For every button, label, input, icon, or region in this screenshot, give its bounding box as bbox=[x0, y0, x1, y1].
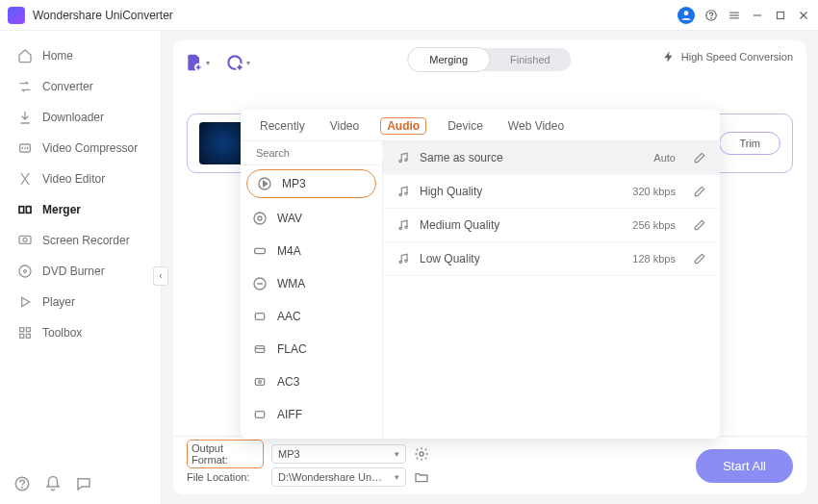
svg-point-45 bbox=[405, 192, 407, 194]
account-icon[interactable] bbox=[677, 7, 695, 24]
start-all-button[interactable]: Start All bbox=[696, 449, 793, 483]
svg-rect-39 bbox=[255, 379, 264, 386]
high-speed-toggle[interactable]: High Speed Conversion bbox=[662, 50, 793, 63]
svg-rect-20 bbox=[20, 334, 24, 338]
sidebar: Home Converter Downloader Video Compress… bbox=[0, 31, 162, 504]
feedback-icon[interactable] bbox=[75, 475, 92, 492]
sidebar-item-label: Merger bbox=[42, 203, 81, 216]
sidebar-item-label: Toolbox bbox=[42, 326, 82, 340]
sidebar-item-compressor[interactable]: Video Compressor bbox=[0, 133, 161, 164]
sidebar-item-converter[interactable]: Converter bbox=[0, 71, 161, 102]
format-item-wav[interactable]: WAV bbox=[241, 202, 382, 235]
popup-tab-audio[interactable]: Audio bbox=[380, 117, 426, 135]
caret-icon: ▾ bbox=[206, 59, 210, 67]
output-format-select[interactable]: MP3▾ bbox=[271, 444, 406, 464]
format-item-aac[interactable]: AAC bbox=[241, 300, 382, 333]
help-icon[interactable] bbox=[13, 475, 31, 492]
tab-merging[interactable]: Merging bbox=[408, 48, 489, 71]
svg-point-47 bbox=[405, 226, 407, 228]
open-folder-icon[interactable] bbox=[414, 469, 429, 485]
minimize-icon[interactable] bbox=[751, 9, 764, 22]
sidebar-item-toolbox[interactable]: Toolbox bbox=[0, 317, 161, 348]
sidebar-item-recorder[interactable]: Screen Recorder bbox=[0, 225, 161, 256]
format-item-ac3[interactable]: AC3 bbox=[241, 365, 382, 398]
quality-row[interactable]: Medium Quality 256 kbps bbox=[383, 209, 720, 242]
add-url-button[interactable]: ▾ bbox=[225, 53, 250, 72]
title-bar: Wondershare UniConverter bbox=[0, 0, 818, 31]
format-item-flac[interactable]: FLAC bbox=[241, 333, 382, 365]
edit-icon[interactable] bbox=[693, 185, 706, 198]
svg-point-44 bbox=[399, 193, 401, 195]
popup-tab-web[interactable]: Web Video bbox=[504, 117, 568, 135]
format-popup: Recently Video Audio Device Web Video MP… bbox=[241, 110, 720, 439]
sidebar-item-label: Home bbox=[42, 49, 73, 63]
audio-icon bbox=[252, 374, 268, 390]
svg-rect-12 bbox=[26, 207, 31, 214]
quality-row[interactable]: High Quality 320 kbps bbox=[383, 175, 720, 209]
svg-rect-36 bbox=[255, 314, 264, 320]
sidebar-item-label: Video Editor bbox=[42, 172, 105, 186]
music-icon bbox=[396, 151, 410, 164]
popup-tab-recently[interactable]: Recently bbox=[256, 117, 309, 135]
sidebar-item-home[interactable]: Home bbox=[0, 40, 161, 71]
svg-point-48 bbox=[399, 261, 401, 263]
svg-point-46 bbox=[399, 227, 401, 229]
svg-marker-17 bbox=[22, 297, 30, 306]
svg-point-40 bbox=[259, 381, 262, 384]
sidebar-item-editor[interactable]: Video Editor bbox=[0, 164, 161, 194]
svg-point-14 bbox=[23, 238, 27, 241]
format-item-wma[interactable]: WMA bbox=[241, 267, 382, 300]
edit-icon[interactable] bbox=[693, 252, 706, 265]
quality-row[interactable]: Same as source Auto bbox=[383, 141, 720, 175]
quality-row[interactable]: Low Quality 128 kbps bbox=[383, 242, 720, 276]
notification-icon[interactable] bbox=[44, 475, 62, 492]
menu-icon[interactable] bbox=[728, 9, 741, 22]
sidebar-item-label: DVD Burner bbox=[42, 265, 105, 278]
sidebar-item-dvd[interactable]: DVD Burner bbox=[0, 256, 161, 287]
chevron-down-icon: ▾ bbox=[395, 472, 399, 482]
format-search[interactable] bbox=[241, 141, 382, 165]
popup-tab-device[interactable]: Device bbox=[444, 117, 487, 135]
format-item-m4a[interactable]: M4A bbox=[241, 235, 382, 267]
sidebar-item-label: Screen Recorder bbox=[42, 234, 130, 247]
format-item-mp3[interactable]: MP3 bbox=[246, 169, 376, 198]
svg-point-2 bbox=[711, 17, 712, 18]
sidebar-item-player[interactable]: Player bbox=[0, 287, 161, 317]
chevron-down-icon: ▾ bbox=[395, 449, 399, 459]
svg-rect-33 bbox=[255, 248, 266, 253]
toolbox-icon bbox=[17, 325, 33, 340]
edit-icon[interactable] bbox=[693, 218, 706, 232]
downloader-icon bbox=[17, 110, 33, 125]
svg-point-32 bbox=[258, 216, 262, 220]
file-location-select[interactable]: D:\Wondershare UniConverter▾ bbox=[271, 467, 406, 487]
svg-point-42 bbox=[399, 160, 401, 162]
popup-tab-video[interactable]: Video bbox=[326, 117, 363, 135]
svg-point-0 bbox=[684, 11, 689, 15]
music-icon bbox=[396, 185, 410, 198]
format-item-aiff[interactable]: AIFF bbox=[241, 398, 382, 431]
app-logo bbox=[8, 7, 25, 24]
add-file-button[interactable]: ▾ bbox=[185, 53, 210, 72]
maximize-icon[interactable] bbox=[774, 9, 787, 22]
svg-rect-13 bbox=[19, 236, 31, 243]
sidebar-item-downloader[interactable]: Downloader bbox=[0, 102, 161, 133]
close-icon[interactable] bbox=[797, 9, 810, 22]
hsc-label: High Speed Conversion bbox=[681, 51, 793, 63]
trim-button[interactable]: Trim bbox=[719, 132, 780, 155]
svg-rect-41 bbox=[255, 412, 264, 418]
svg-point-43 bbox=[405, 159, 407, 161]
sidebar-item-label: Player bbox=[42, 295, 75, 309]
search-input[interactable] bbox=[256, 147, 389, 159]
svg-rect-11 bbox=[19, 207, 24, 214]
editor-icon bbox=[17, 171, 33, 187]
sidebar-item-merger[interactable]: Merger bbox=[0, 194, 161, 225]
settings-icon[interactable] bbox=[414, 446, 429, 462]
support-icon[interactable] bbox=[704, 9, 718, 22]
edit-icon[interactable] bbox=[693, 151, 706, 164]
output-format-label: Output Format: bbox=[187, 440, 264, 468]
status-tabs: Merging Finished bbox=[408, 48, 571, 71]
tab-finished[interactable]: Finished bbox=[489, 48, 572, 71]
svg-point-15 bbox=[19, 265, 31, 277]
audio-icon bbox=[257, 176, 272, 191]
music-icon bbox=[396, 252, 410, 265]
